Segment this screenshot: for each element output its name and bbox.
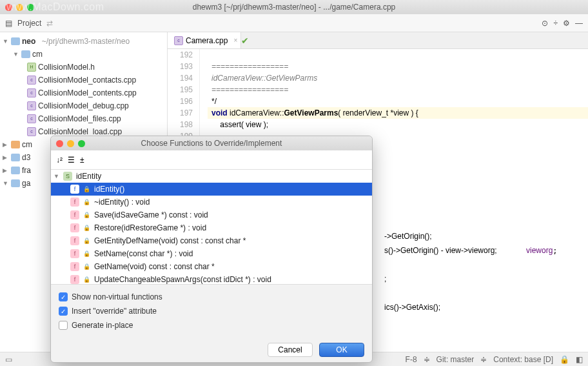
- cancel-button[interactable]: Cancel: [268, 343, 313, 357]
- check-icon: ✔: [241, 36, 249, 46]
- watermark-text: www.MacDown.com: [6, 1, 104, 13]
- insert-override-check[interactable]: ✓ Insert "override" attribute: [59, 304, 364, 318]
- function-item[interactable]: f🔒idEntity(): [51, 183, 372, 196]
- folder-icon: [11, 179, 20, 187]
- git-branch[interactable]: Git: master: [436, 355, 475, 364]
- generate-inplace-check[interactable]: Generate in-place: [59, 318, 364, 332]
- dialog-title: Choose Functions to Override/Implement: [51, 139, 372, 148]
- function-item[interactable]: f🔒~idEntity() : void: [51, 196, 372, 208]
- checkbox-icon[interactable]: ✓: [59, 307, 68, 316]
- checkbox-icon[interactable]: ✓: [59, 292, 68, 301]
- function-item[interactable]: f🔒Restore(idRestoreGame *) : void: [51, 221, 372, 234]
- context-selector[interactable]: Context: base [D]: [493, 355, 553, 364]
- function-icon: f: [70, 198, 79, 207]
- function-item[interactable]: f🔒UpdateChangeableSpawnArgs(const idDict…: [51, 273, 372, 284]
- lock-icon[interactable]: 🔒: [560, 355, 569, 364]
- tree-root[interactable]: ▼ neo ~/prj/dhewm3-master/neo: [0, 35, 167, 48]
- sort-icon[interactable]: ↓²: [56, 156, 63, 165]
- tree-file[interactable]: HCollisionModel.h: [0, 61, 167, 74]
- close-icon[interactable]: ×: [234, 37, 238, 44]
- override-dialog: Choose Functions to Override/Implement ↓…: [50, 136, 373, 363]
- tab-camera[interactable]: cCamera.cpp×: [168, 32, 241, 48]
- file-icon: c: [27, 76, 36, 85]
- tree-file[interactable]: cCollisionModel_files.cpp: [0, 112, 167, 125]
- lock-icon: 🔒: [83, 212, 90, 218]
- project-icon: ▤: [5, 19, 12, 28]
- function-icon: f: [70, 210, 79, 219]
- file-icon: H: [27, 63, 36, 72]
- list-root[interactable]: ▼ SidEntity: [51, 170, 372, 183]
- encoding-selector[interactable]: F-8: [406, 355, 417, 364]
- lock-icon: 🔒: [83, 276, 90, 283]
- expand-icon[interactable]: ±: [80, 156, 84, 165]
- function-icon: f: [70, 236, 79, 245]
- divide-icon[interactable]: ÷: [553, 19, 558, 28]
- tree-file[interactable]: cCollisionModel_debug.cpp: [0, 99, 167, 112]
- structure-icon[interactable]: ▭: [5, 355, 12, 364]
- function-item[interactable]: f🔒GetName(void) const : const char *: [51, 260, 372, 273]
- function-icon: f: [70, 223, 79, 232]
- file-icon: c: [27, 101, 36, 110]
- function-list[interactable]: ▼ SidEntity f🔒idEntity()f🔒~idEntity() : …: [51, 170, 372, 284]
- show-nonvirtual-check[interactable]: ✓ Show non-virtual functions: [59, 290, 364, 304]
- function-item[interactable]: f🔒GetEntityDefName(void) const : const c…: [51, 234, 372, 247]
- tree-file[interactable]: cCollisionModel_contents.cpp: [0, 86, 167, 99]
- ok-button[interactable]: OK: [319, 343, 364, 357]
- tree-folder[interactable]: ▼ cm: [0, 48, 167, 61]
- folder-icon: [11, 154, 20, 161]
- vieworg-highlight: vieworg;: [526, 243, 558, 258]
- function-icon: f: [70, 249, 79, 258]
- project-toolbar: ▤ Project ⇄ ⊙ ÷ ⚙ —: [0, 14, 588, 32]
- project-label[interactable]: Project: [17, 19, 41, 28]
- lock-icon: 🔒: [83, 199, 90, 205]
- file-icon: c: [27, 114, 36, 123]
- lock-icon: 🔒: [83, 250, 90, 257]
- collapse-icon[interactable]: ⊙: [542, 19, 548, 28]
- processes-icon[interactable]: ◧: [576, 355, 583, 364]
- editor-tabs: cCamera.cpp× ✔: [168, 32, 588, 49]
- code-behind: ->GetOrigin(); s()->GetOrigin() - view->…: [384, 229, 497, 314]
- function-item[interactable]: f🔒Save(idSaveGame *) const : void: [51, 208, 372, 221]
- file-icon: c: [27, 88, 36, 97]
- lock-icon: 🔒: [83, 238, 90, 244]
- folder-icon: [11, 167, 20, 174]
- function-item[interactable]: f🔒SetName(const char *) : void: [51, 247, 372, 260]
- checkbox-icon[interactable]: [59, 321, 68, 330]
- file-icon: c: [27, 127, 36, 136]
- gear-icon[interactable]: ⚙: [563, 19, 570, 28]
- folder-icon: [11, 141, 20, 148]
- function-icon: f: [70, 275, 79, 284]
- function-icon: f: [70, 185, 79, 194]
- filter-icon[interactable]: ☰: [68, 156, 75, 165]
- function-icon: f: [70, 262, 79, 271]
- lock-icon: 🔒: [83, 263, 90, 270]
- dialog-toolbar: ↓² ☰ ±: [51, 150, 372, 170]
- lock-icon: 🔒: [83, 225, 90, 231]
- lock-icon: 🔒: [83, 186, 90, 192]
- tree-file[interactable]: cCollisionModel_contacts.cpp: [0, 74, 167, 86]
- hide-icon[interactable]: —: [575, 19, 583, 28]
